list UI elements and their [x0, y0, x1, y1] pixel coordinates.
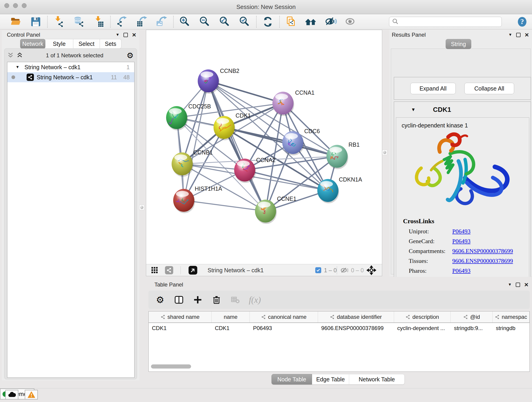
network-view-share-icon[interactable] [165, 266, 173, 274]
search-input[interactable] [399, 17, 501, 26]
left-splitter-handle[interactable] [139, 205, 144, 210]
refresh-layout-button[interactable] [261, 15, 274, 28]
pan-move-icon[interactable] [367, 265, 376, 276]
open-session-button[interactable] [9, 15, 22, 28]
column-header--id[interactable]: @id [451, 312, 493, 322]
selected-checkbox-icon[interactable] [315, 267, 321, 273]
help-button[interactable]: ? [516, 16, 528, 27]
zoom-out-button[interactable] [198, 15, 211, 28]
network-options-gear-icon[interactable]: ⚙ [127, 51, 133, 59]
open-session-icon [10, 16, 22, 28]
close-panel-icon[interactable]: × [525, 32, 529, 37]
export-network-button[interactable] [115, 15, 128, 28]
network-node-CCNA1[interactable]: CCNA1 [272, 89, 315, 116]
collapse-triangle-icon[interactable]: ▼ [16, 65, 19, 70]
network-tree: ▼ String Network – cdk1 1 String Network… [7, 62, 134, 378]
birds-eye-view-icon[interactable] [189, 266, 197, 274]
right-splitter-handle[interactable] [382, 150, 387, 155]
network-edge[interactable] [184, 200, 266, 211]
network-node-CDC6[interactable]: CDC6 [282, 128, 320, 155]
expand-all-networks-icon[interactable] [17, 52, 23, 59]
toolbar-separator [256, 16, 257, 28]
network-collection-row[interactable]: ▼ String Network – cdk1 1 [7, 62, 134, 72]
create-column-icon[interactable] [192, 294, 203, 305]
export-table-button[interactable] [135, 15, 148, 28]
import-network-button[interactable] [52, 15, 65, 28]
first-neighbors-button[interactable] [304, 15, 317, 28]
close-panel-icon[interactable]: × [524, 282, 528, 287]
table-row[interactable]: CDK1CDK1P064939606.ENSP00000378699cyclin… [149, 323, 530, 333]
first-neighbors-icon [305, 16, 317, 28]
column-header-database-identifier[interactable]: database identifier [318, 312, 394, 322]
panel-menu-icon[interactable]: ▼ [508, 32, 512, 37]
export-image-button[interactable] [155, 15, 168, 28]
close-panel-icon[interactable]: × [132, 32, 136, 37]
tab-sets[interactable]: Sets [100, 39, 121, 49]
network-row-selected[interactable]: String Network – cdk1 11 48 [7, 72, 134, 82]
zoom-in-icon [179, 16, 191, 28]
warnings-button[interactable] [25, 390, 38, 400]
node-label-RB1: RB1 [348, 141, 360, 148]
tab-edge-table[interactable]: Edge Table [312, 374, 349, 385]
network-canvas[interactable]: CCNB2CCNA1CDC25BCDK1CDC6RB1CCNB1CCNA2CDK… [146, 30, 382, 264]
network-node-CDKN1A[interactable]: CDKN1A [317, 176, 362, 203]
crosslink-link[interactable]: P06493 [452, 268, 470, 274]
crosslink-label: GeneCard: [409, 238, 452, 245]
collapse-all-button[interactable]: Collapse All [464, 83, 514, 94]
duplicate-network-button[interactable] [284, 15, 298, 28]
import-network-icon [53, 16, 65, 28]
import-database-button[interactable] [72, 15, 85, 28]
network-edge[interactable] [224, 128, 337, 156]
collapse-all-networks-icon[interactable] [7, 52, 13, 59]
crosslink-label: Tissues: [409, 258, 452, 264]
save-session-button[interactable] [29, 15, 42, 28]
string-results-container: Expand All Collapse All ▼ CDK1 cyclin-de… [391, 49, 531, 274]
column-header-shared-name[interactable]: shared name [149, 312, 212, 322]
column-header-name[interactable]: name [212, 312, 250, 322]
zoom-selected-button[interactable] [238, 15, 251, 28]
control-panel-tabs: NetworkStyleSelectSets [20, 39, 121, 49]
tab-network[interactable]: Network [20, 39, 45, 49]
float-panel-icon[interactable] [516, 283, 520, 287]
column-header-description[interactable]: description [394, 312, 451, 322]
float-panel-icon[interactable] [516, 33, 520, 37]
crosslink-link[interactable]: 9606.ENSP00000378699 [452, 258, 513, 264]
table-settings-gear-icon[interactable]: ⚙ [155, 294, 165, 305]
search-box[interactable] [389, 17, 502, 27]
float-panel-icon[interactable] [123, 33, 128, 37]
network-edge[interactable] [208, 81, 283, 103]
gene-card-header[interactable]: ▼ CDK1 [394, 102, 531, 117]
control-panel-title: Control Panel [7, 32, 40, 38]
tab-select[interactable]: Select [73, 39, 100, 49]
tab-network-table[interactable]: Network Table [349, 374, 405, 385]
crosslink-link[interactable]: P06493 [452, 238, 470, 245]
column-header-namespac[interactable]: namespac [493, 312, 530, 322]
panel-menu-icon[interactable]: ▼ [508, 282, 512, 287]
tab-style[interactable]: Style [45, 39, 73, 49]
network-node-HIST1H1A[interactable]: HIST1H1A [173, 185, 222, 213]
column-header-canonical-name[interactable]: canonical name [250, 312, 318, 322]
zoom-fit-button[interactable] [218, 15, 231, 28]
hide-selected-button[interactable] [324, 15, 337, 28]
network-node-CCNE1[interactable]: CCNE1 [255, 196, 297, 224]
node-table: shared namenamecanonical namedatabase id… [148, 311, 530, 372]
collapse-triangle-icon[interactable]: ▼ [411, 107, 416, 112]
zoom-in-button[interactable] [178, 15, 191, 28]
export-network-icon [116, 16, 128, 28]
crosslink-link[interactable]: 9606.ENSP00000378699 [452, 248, 513, 255]
crosslink-row: Pharos: P06493 [403, 268, 513, 274]
crosslink-link[interactable]: P06493 [452, 228, 470, 235]
tab-string[interactable]: String [446, 39, 471, 49]
network-edge[interactable] [184, 81, 208, 200]
delete-column-icon[interactable] [211, 294, 222, 305]
import-table-button[interactable] [92, 15, 105, 28]
grid-view-icon[interactable] [151, 267, 158, 274]
panel-menu-icon[interactable]: ▼ [116, 32, 120, 37]
tab-node-table[interactable]: Node Table [272, 374, 312, 385]
network-node-RB1[interactable]: RB1 [326, 141, 360, 169]
show-columns-icon[interactable] [174, 294, 184, 305]
cloud-status-button[interactable] [5, 390, 18, 400]
table-horizontal-scrollbar[interactable] [151, 364, 191, 369]
expand-all-button[interactable]: Expand All [410, 83, 456, 94]
crosslink-row: GeneCard: P06493 [403, 238, 513, 245]
